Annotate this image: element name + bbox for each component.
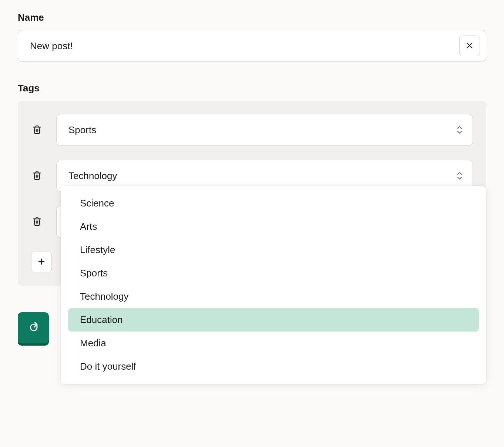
dropdown-option-education[interactable]: Education bbox=[68, 308, 479, 332]
dropdown-option-media[interactable]: Media bbox=[68, 332, 479, 355]
dropdown-option-science[interactable]: Science bbox=[68, 192, 479, 215]
name-label: Name bbox=[18, 12, 486, 23]
dropdown-option-arts[interactable]: Arts bbox=[68, 215, 479, 238]
delete-tag-button[interactable] bbox=[31, 170, 43, 182]
add-tag-button[interactable] bbox=[31, 252, 52, 272]
name-input[interactable] bbox=[30, 40, 474, 52]
tag-dropdown: Science Arts Lifestyle Sports Technology… bbox=[61, 186, 486, 384]
tag-row: Sports bbox=[31, 114, 473, 146]
tag-select-value: Sports bbox=[68, 124, 96, 136]
dropdown-option-sports[interactable]: Sports bbox=[68, 262, 479, 285]
delete-tag-button[interactable] bbox=[31, 216, 43, 228]
trash-icon bbox=[32, 125, 42, 135]
tag-select-value: Technology bbox=[68, 170, 117, 182]
tag-select[interactable]: Sports bbox=[56, 114, 473, 146]
plus-icon bbox=[37, 258, 46, 267]
dropdown-option-lifestyle[interactable]: Lifestyle bbox=[68, 238, 479, 262]
name-input-container bbox=[18, 30, 486, 62]
tags-panel: Sports Technolog bbox=[18, 101, 486, 286]
chevron-updown-icon bbox=[457, 126, 462, 134]
dropdown-option-technology[interactable]: Technology bbox=[68, 285, 479, 308]
chevron-updown-icon bbox=[457, 172, 462, 180]
redo-icon bbox=[28, 322, 39, 334]
tags-label: Tags bbox=[18, 83, 486, 94]
close-icon bbox=[466, 41, 474, 51]
trash-icon bbox=[32, 171, 42, 181]
clear-name-button[interactable] bbox=[459, 36, 480, 56]
delete-tag-button[interactable] bbox=[31, 124, 43, 136]
dropdown-option-diy[interactable]: Do it yourself bbox=[68, 355, 479, 378]
trash-icon bbox=[32, 216, 42, 227]
submit-button[interactable] bbox=[18, 312, 49, 343]
